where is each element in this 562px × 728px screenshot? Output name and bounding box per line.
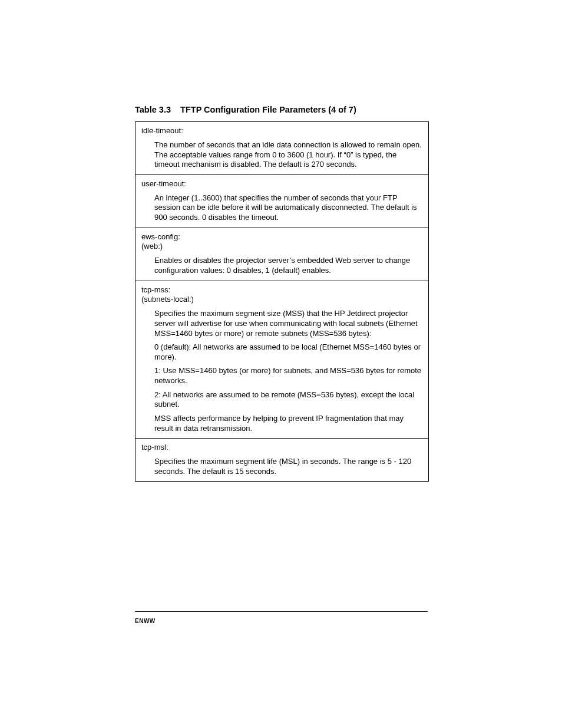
param-para: Enables or disables the projector server… [154,256,422,275]
param-name: user-timeout: [141,179,422,189]
param-para: MSS affects performance by helping to pr… [154,414,422,433]
param-para: The number of seconds that an idle data … [154,140,422,170]
param-name: tcp-msl: [141,443,422,453]
footer-left: ENWW [135,618,156,624]
table-row: idle-timeout: The number of seconds that… [135,122,428,174]
param-para: Specifies the maximum segment size (MSS)… [154,309,422,338]
table-row: tcp-mss: (subnets-local:) Specifies the … [135,281,428,439]
param-desc: An integer (1..3600) that specifies the … [154,193,422,223]
caption-title: TFTP Configuration File Parameters (4 of… [180,105,356,114]
table-caption: Table 3.3 TFTP Configuration File Parame… [135,105,428,114]
table-row: user-timeout: An integer (1..3600) that … [135,174,428,228]
param-desc: Specifies the maximum segment size (MSS)… [154,309,422,433]
param-desc: Enables or disables the projector server… [154,256,422,275]
table-row: ews-config: (web:) Enables or disables t… [135,228,428,281]
param-para: 0 (default): All networks are assumed to… [154,342,422,362]
table-row: tcp-msl: Specifies the maximum segment l… [135,438,428,481]
param-desc: The number of seconds that an idle data … [154,140,422,170]
param-para: 2: All networks are assumed to be remote… [154,390,422,410]
param-para: 1: Use MSS=1460 bytes (or more) for subn… [154,366,422,386]
param-name: tcp-mss: [141,285,422,295]
param-alt-name: (web:) [141,242,422,252]
caption-prefix: Table 3.3 [135,105,171,114]
param-name: ews-config: [141,232,422,242]
param-name: idle-timeout: [141,126,422,136]
param-alt-name: (subnets-local:) [141,295,422,305]
param-desc: Specifies the maximum segment life (MSL)… [154,457,422,476]
parameter-table: idle-timeout: The number of seconds that… [135,121,429,482]
param-para: An integer (1..3600) that specifies the … [154,193,422,223]
footer-rule [135,611,428,612]
param-para: Specifies the maximum segment life (MSL)… [154,457,422,476]
